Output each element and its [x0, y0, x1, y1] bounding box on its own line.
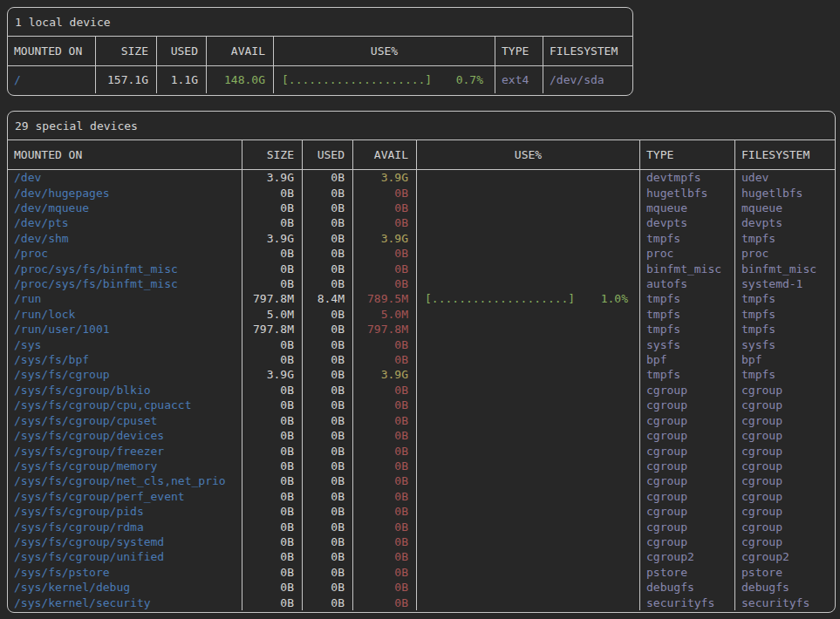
avail-cell: 5.0M [353, 307, 417, 322]
table-row: /sys/fs/cgroup3.9G0B3.9Gtmpfstmpfs [8, 367, 835, 382]
table-row: /run797.8M8.4M789.5M[...................… [8, 291, 835, 306]
table-row: /run/user/1001797.8M0B797.8Mtmpfstmpfs [8, 322, 835, 337]
filesystem-cell: systemd-1 [735, 276, 835, 291]
mount-cell: /proc [8, 246, 242, 261]
used-cell: 0B [303, 428, 353, 443]
usage-cell [417, 413, 640, 428]
usage-cell [417, 170, 640, 185]
used-cell: 0B [303, 276, 353, 291]
used-cell: 0B [303, 383, 353, 398]
size-cell: 0B [242, 352, 303, 367]
size-cell: 3.9G [242, 231, 303, 246]
used-cell: 0B [303, 231, 353, 246]
used-cell: 0B [303, 504, 353, 519]
usage-cell [417, 185, 640, 200]
filesystem-cell: cgroup [735, 459, 835, 473]
table-body: /157.1G1.1G148.0G[....................]0… [8, 66, 632, 93]
usage-cell [417, 489, 640, 504]
size-cell: 0B [242, 276, 303, 291]
size-cell: 0B [242, 215, 303, 230]
usage-bar: [....................] [282, 73, 432, 86]
used-cell: 0B [303, 443, 353, 458]
table-row: /proc/sys/fs/binfmt_misc0B0B0Bbinfmt_mis… [8, 261, 835, 275]
table-row: /sys0B0B0Bsysfssysfs [8, 337, 835, 351]
table-row: /sys/fs/cgroup/net_cls,net_prio0B0B0Bcgr… [8, 473, 835, 488]
filesystem-cell: tmpfs [735, 291, 835, 306]
type-cell: cgroup [640, 428, 735, 443]
size-cell: 5.0M [242, 307, 303, 322]
usage-cell [417, 534, 640, 549]
usage-cell [417, 398, 640, 412]
type-cell: bpf [640, 352, 735, 367]
table-header: MOUNTED ONSIZEUSEDAVAILUSE%TYPEFILESYSTE… [8, 140, 835, 170]
mount-cell: /dev/pts [8, 215, 242, 230]
mount-cell: /sys [8, 337, 242, 351]
filesystem-cell: bpf [735, 352, 835, 367]
table-row: /sys/fs/cgroup/perf_event0B0B0Bcgroupcgr… [8, 489, 835, 504]
avail-cell: 0B [353, 398, 417, 412]
table-row: /proc0B0B0Bprocproc [8, 246, 835, 261]
column-header-use-: USE% [274, 37, 495, 65]
type-cell: tmpfs [640, 367, 735, 382]
used-cell: 0B [303, 307, 353, 322]
mount-cell: /sys/kernel/debug [8, 580, 242, 595]
table-body: /dev3.9G0B3.9Gdevtmpfsudev/dev/hugepages… [8, 170, 835, 610]
avail-cell: 0B [353, 383, 417, 398]
avail-cell: 0B [353, 185, 417, 200]
table-row: /sys/fs/bpf0B0B0Bbpfbpf [8, 352, 835, 367]
avail-cell: 0B [353, 352, 417, 367]
column-header-mounted-on: MOUNTED ON [8, 140, 242, 169]
size-cell: 0B [242, 337, 303, 351]
used-cell: 0B [303, 459, 353, 473]
used-cell: 0B [303, 580, 353, 595]
avail-cell: 0B [353, 413, 417, 428]
used-cell: 0B [303, 352, 353, 367]
avail-cell: 0B [353, 261, 417, 275]
usage-cell [417, 337, 640, 351]
size-cell: 0B [242, 595, 303, 609]
usage-cell [417, 459, 640, 473]
avail-cell: 0B [353, 580, 417, 595]
table-row: /proc/sys/fs/binfmt_misc0B0B0Bautofssyst… [8, 276, 835, 291]
avail-cell: 0B [353, 276, 417, 291]
type-cell: cgroup2 [640, 549, 735, 564]
column-header-filesystem: FILESYSTEM [543, 37, 632, 65]
type-cell: cgroup [640, 519, 735, 534]
type-cell: debugfs [640, 580, 735, 595]
filesystem-cell: /dev/sda [543, 66, 632, 93]
avail-cell: 0B [353, 534, 417, 549]
filesystem-cell: binfmt_misc [735, 261, 835, 275]
type-cell: tmpfs [640, 291, 735, 306]
size-cell: 0B [242, 398, 303, 412]
type-cell: pstore [640, 565, 735, 580]
mount-cell: /sys/fs/cgroup/devices [8, 428, 242, 443]
usage-cell [417, 595, 640, 609]
mount-cell: /proc/sys/fs/binfmt_misc [8, 276, 242, 291]
table-row: /sys/fs/cgroup/devices0B0B0Bcgroupcgroup [8, 428, 835, 443]
filesystem-cell: debugfs [735, 580, 835, 595]
type-cell: cgroup [640, 459, 735, 473]
type-cell: cgroup [640, 489, 735, 504]
mount-cell: /sys/fs/cgroup/cpu,cpuacct [8, 398, 242, 412]
size-cell: 0B [242, 459, 303, 473]
filesystem-cell: cgroup [735, 489, 835, 504]
table-row: /sys/fs/pstore0B0B0Bpstorepstore [8, 565, 835, 580]
avail-cell: 0B [353, 473, 417, 488]
table-row: /sys/fs/cgroup/systemd0B0B0Bcgroupcgroup [8, 534, 835, 549]
type-cell: cgroup [640, 398, 735, 412]
column-header-type: TYPE [495, 37, 543, 65]
table-row: /157.1G1.1G148.0G[....................]0… [8, 66, 632, 93]
terminal-screen: 1 local device MOUNTED ONSIZEUSEDAVAILUS… [0, 0, 840, 619]
mount-cell: /sys/fs/cgroup/pids [8, 504, 242, 519]
usage-cell [417, 352, 640, 367]
size-cell: 0B [242, 580, 303, 595]
used-cell: 0B [303, 489, 353, 504]
avail-cell: 3.9G [353, 231, 417, 246]
avail-cell: 0B [353, 595, 417, 609]
type-cell: mqueue [640, 201, 735, 215]
size-cell: 0B [242, 428, 303, 443]
avail-cell: 0B [353, 549, 417, 564]
usage-cell: [....................]0.7% [274, 66, 495, 93]
used-cell: 0B [303, 170, 353, 185]
type-cell: binfmt_misc [640, 261, 735, 275]
